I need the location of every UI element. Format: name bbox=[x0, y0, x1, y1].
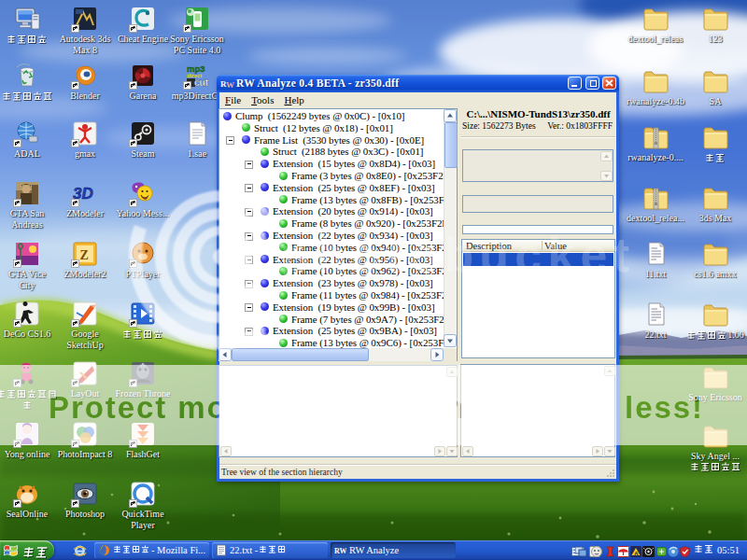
svg-text:A: A bbox=[634, 551, 639, 556]
svg-text:Z: Z bbox=[80, 248, 89, 262]
svg-text:RW: RW bbox=[334, 547, 346, 555]
svg-text:W: W bbox=[226, 80, 234, 90]
svg-text:cut: cut bbox=[194, 77, 209, 88]
